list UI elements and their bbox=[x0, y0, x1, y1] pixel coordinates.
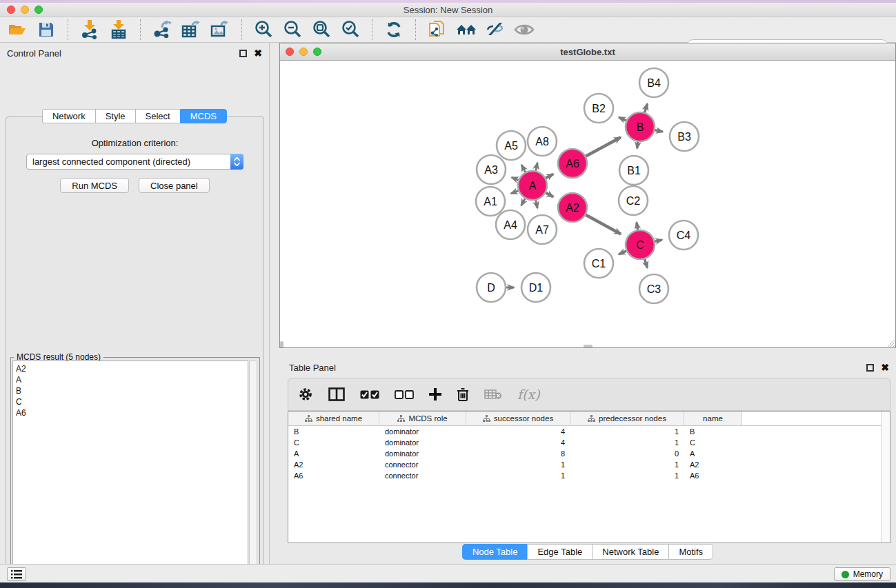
function-builder-icon[interactable]: f(x) bbox=[517, 387, 540, 402]
mcds-result-item[interactable]: A2 bbox=[16, 363, 245, 374]
toggle-graphics-details-icon[interactable] bbox=[485, 19, 506, 40]
tab-select[interactable]: Select bbox=[135, 109, 180, 123]
split-columns-icon[interactable] bbox=[328, 387, 345, 401]
table-cell[interactable]: 0 bbox=[570, 449, 684, 458]
table-cell[interactable]: A6 bbox=[288, 472, 379, 480]
table-cell[interactable]: 1 bbox=[570, 427, 684, 436]
table-cell[interactable]: 1 bbox=[466, 460, 570, 469]
table-cell[interactable]: A bbox=[288, 449, 379, 458]
float-table-panel-icon[interactable] bbox=[866, 364, 874, 372]
run-mcds-button[interactable]: Run MCDS bbox=[60, 178, 129, 193]
graph-edge-A2-C[interactable] bbox=[584, 214, 621, 234]
zoom-out-icon[interactable] bbox=[282, 19, 303, 40]
table-cell[interactable]: 1 bbox=[570, 472, 684, 480]
table-cell[interactable]: 1 bbox=[570, 438, 684, 447]
export-network-icon[interactable] bbox=[152, 19, 172, 40]
select-all-icon[interactable] bbox=[360, 390, 379, 399]
table-cell[interactable]: 8 bbox=[466, 449, 570, 458]
gear-icon[interactable] bbox=[298, 387, 313, 402]
table-scrollbar[interactable] bbox=[881, 412, 890, 543]
table-row[interactable]: A6connector11A6 bbox=[288, 470, 890, 481]
table-row[interactable]: A2connector11A2 bbox=[288, 459, 890, 470]
table-cell[interactable]: A2 bbox=[684, 460, 742, 469]
open-network-in-browser-icon[interactable] bbox=[427, 19, 448, 40]
table-cell[interactable]: B bbox=[684, 427, 742, 436]
graph-edge-A6-B[interactable] bbox=[584, 137, 621, 157]
canvas-bottom-scroll-thumb[interactable] bbox=[584, 345, 593, 347]
tab-network-table[interactable]: Network Table bbox=[592, 544, 668, 560]
result-scrollbar[interactable] bbox=[249, 361, 257, 587]
table-cell[interactable]: 1 bbox=[570, 460, 684, 469]
network-canvas[interactable]: B4B2BB3A8A5A6A3B1AC2A1A2A4A7C4CC1DD1C3 bbox=[280, 61, 895, 347]
column-header-MCDS-role[interactable]: MCDS role bbox=[379, 412, 466, 425]
show-hide-eye-icon[interactable] bbox=[514, 19, 535, 40]
column-header-predecessor-nodes[interactable]: predecessor nodes bbox=[570, 412, 684, 425]
table-cell[interactable]: A bbox=[684, 449, 742, 458]
refresh-layout-icon[interactable] bbox=[384, 19, 404, 40]
export-image-icon[interactable] bbox=[210, 19, 230, 40]
graph-node-label: D1 bbox=[529, 282, 544, 294]
column-header-shared-name[interactable]: shared name bbox=[288, 412, 379, 425]
table-tabbar: Node TableEdge TableNetwork TableMotifs bbox=[279, 544, 896, 560]
import-table-icon[interactable] bbox=[108, 19, 129, 40]
table-row[interactable]: Cdominator41C bbox=[288, 437, 890, 448]
delete-table-icon[interactable] bbox=[484, 389, 502, 400]
table-cell[interactable]: dominator bbox=[379, 438, 466, 447]
open-file-icon[interactable] bbox=[7, 19, 28, 40]
node-table[interactable]: shared nameMCDS rolesuccessor nodesprede… bbox=[288, 411, 890, 543]
mcds-panel: Optimization criterion: largest connecte… bbox=[6, 116, 264, 588]
table-cell[interactable]: C bbox=[684, 438, 742, 447]
table-cell[interactable]: 1 bbox=[466, 472, 570, 480]
optimization-criterion-select[interactable]: largest connected component (directed) bbox=[26, 154, 243, 170]
resize-grip-icon[interactable] bbox=[886, 338, 895, 347]
tab-style[interactable]: Style bbox=[95, 109, 135, 123]
mcds-result-group: MCDS result (5 nodes) A2ABCA6 bbox=[10, 357, 260, 588]
table-cell[interactable]: A6 bbox=[684, 472, 742, 480]
import-network-icon[interactable] bbox=[79, 19, 100, 40]
memory-button[interactable]: Memory bbox=[834, 567, 890, 581]
task-history-button[interactable] bbox=[7, 567, 26, 581]
add-column-icon[interactable] bbox=[429, 388, 441, 401]
mcds-result-item[interactable]: A6 bbox=[16, 407, 245, 418]
table-cell[interactable]: dominator bbox=[379, 449, 466, 458]
tab-network[interactable]: Network bbox=[42, 109, 95, 123]
export-table-icon[interactable] bbox=[181, 19, 201, 40]
close-panel-button[interactable]: Close panel bbox=[139, 178, 210, 193]
table-body: Bdominator41BCdominator41CAdominator80AA… bbox=[288, 426, 890, 481]
table-cell[interactable]: C bbox=[288, 438, 379, 447]
zoom-in-icon[interactable] bbox=[253, 19, 274, 40]
table-cell[interactable]: connector bbox=[379, 472, 466, 480]
tab-node-table[interactable]: Node Table bbox=[462, 544, 528, 560]
graph-node-label: B4 bbox=[647, 77, 661, 89]
canvas-left-scroll-thumb[interactable] bbox=[280, 341, 283, 347]
column-header-name[interactable]: name bbox=[684, 412, 742, 425]
table-cell[interactable]: connector bbox=[379, 460, 466, 469]
table-cell[interactable]: dominator bbox=[379, 427, 466, 436]
zoom-fit-icon[interactable] bbox=[311, 19, 332, 40]
float-panel-icon[interactable] bbox=[239, 50, 247, 57]
mcds-result-list[interactable]: A2ABCA6 bbox=[12, 361, 248, 587]
table-cell[interactable]: 4 bbox=[466, 427, 570, 436]
mcds-result-item[interactable]: C bbox=[16, 396, 245, 407]
close-panel-icon[interactable]: ✖ bbox=[254, 50, 262, 57]
zoom-selected-icon[interactable] bbox=[340, 19, 361, 40]
delete-icon[interactable] bbox=[457, 387, 469, 401]
app-titlebar: Session: New Session bbox=[0, 3, 896, 17]
tab-edge-table[interactable]: Edge Table bbox=[527, 544, 592, 560]
table-cell[interactable]: A2 bbox=[288, 460, 379, 469]
column-header-successor-nodes[interactable]: successor nodes bbox=[466, 412, 570, 425]
table-row[interactable]: Bdominator41B bbox=[288, 426, 890, 437]
deselect-all-icon[interactable] bbox=[395, 390, 414, 399]
tab-mcds[interactable]: MCDS bbox=[180, 109, 227, 123]
mcds-result-item[interactable]: A bbox=[16, 374, 245, 385]
table-row[interactable]: Adominator80A bbox=[288, 448, 890, 459]
network-graph[interactable]: B4B2BB3A8A5A6A3B1AC2A1A2A4A7C4CC1DD1C3 bbox=[280, 61, 895, 347]
table-cell[interactable]: B bbox=[288, 427, 379, 436]
save-session-icon[interactable] bbox=[36, 19, 57, 40]
network-window-titlebar[interactable]: testGlobe.txt bbox=[280, 43, 895, 61]
show-all-networks-icon[interactable] bbox=[456, 19, 477, 40]
mcds-result-item[interactable]: B bbox=[16, 385, 245, 396]
table-cell[interactable]: 4 bbox=[466, 438, 570, 447]
tab-motifs[interactable]: Motifs bbox=[668, 544, 713, 560]
close-table-panel-icon[interactable]: ✖ bbox=[881, 364, 889, 372]
